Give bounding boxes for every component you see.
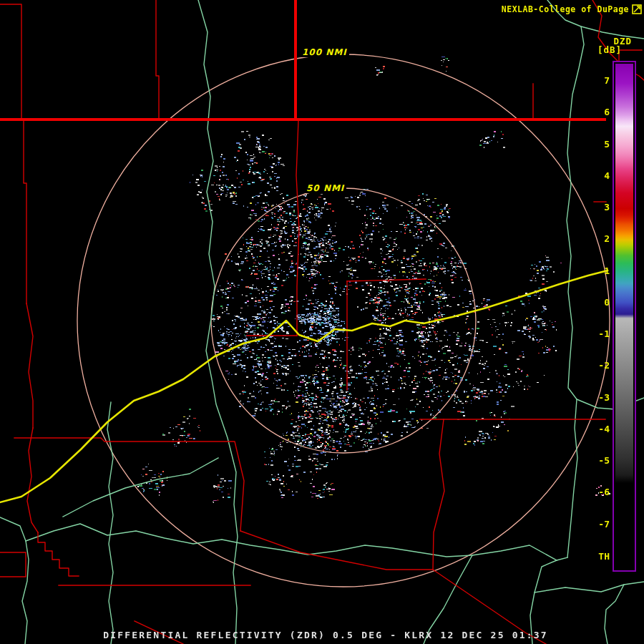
colorbar-tick-label: 2: [604, 233, 610, 245]
colorbar-tick-label: -3: [598, 392, 610, 404]
branding-text: NEXLAB-College of DuPage: [502, 4, 629, 14]
colorbar-tick-label: 5: [604, 139, 610, 150]
colorbar-tick-label: 0: [604, 297, 610, 308]
map-line: [107, 402, 113, 644]
map-line: [38, 532, 79, 576]
colorbar-tick-label: -2: [598, 360, 610, 371]
map-line: [26, 524, 557, 560]
map-line: [26, 303, 33, 428]
radar-display: 100 NMI 50 NMI NEXLAB-College of DuPage …: [0, 0, 644, 644]
branding: NEXLAB-College of DuPage: [502, 4, 642, 14]
colorbar-tick-column: 76543210-1-2-3-4-5-6-7TH: [578, 61, 610, 572]
map-line: [0, 517, 29, 644]
map-line: [156, 0, 159, 118]
map-line: [0, 270, 608, 502]
colorbar-tick-label: 7: [604, 75, 610, 87]
colorbar-flag-label: TH: [598, 551, 610, 562]
colorbar-tick-label: -5: [598, 455, 610, 467]
basemap-overlay: [0, 0, 644, 644]
map-line: [0, 4, 21, 118]
colorbar-tick-label: 1: [604, 265, 610, 277]
colorbar-tick-label: 6: [604, 107, 610, 118]
map-line: [24, 121, 26, 303]
map-line: [63, 458, 218, 517]
colorbar-tick-label: -6: [598, 487, 610, 498]
map-line: [296, 121, 299, 336]
map-line: [535, 582, 644, 592]
map-line: [433, 419, 444, 570]
colorbar: [613, 61, 636, 572]
colorbar-gradient: [615, 64, 633, 569]
colorbar-tick-label: 4: [604, 170, 610, 182]
range-ring-label-50nmi: 50 NMI: [304, 183, 346, 193]
range-ring-label-100nmi: 100 NMI: [300, 47, 349, 57]
map-line: [347, 279, 426, 281]
map-line: [27, 428, 38, 532]
map-line: [14, 438, 244, 531]
map-line: [0, 552, 26, 577]
colorbar-tick-label: 3: [604, 202, 610, 213]
nexlab-logo-icon: [632, 4, 642, 14]
product-caption: DIFFERENTIAL REFLECTIVITY (ZDR) 0.5 DEG …: [103, 630, 548, 640]
range-ring: [77, 54, 610, 587]
colorbar-tick-label: -7: [598, 519, 610, 530]
map-line: [605, 585, 624, 644]
colorbar-tick-label: -1: [598, 328, 610, 340]
colorbar-units-label: [dB]: [597, 44, 622, 55]
colorbar-tick-label: -4: [598, 424, 610, 435]
